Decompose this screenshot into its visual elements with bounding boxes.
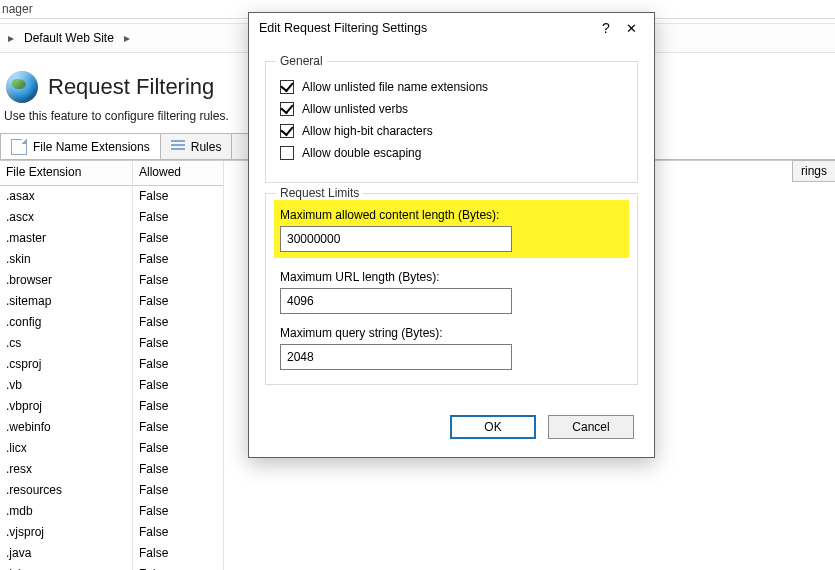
table-row-allowed[interactable]: False xyxy=(133,522,223,543)
checkbox-label: Allow unlisted verbs xyxy=(302,102,408,116)
table-row-allowed[interactable]: False xyxy=(133,186,223,207)
help-icon[interactable]: ? xyxy=(594,20,618,36)
table-row-ext[interactable]: .resources xyxy=(0,480,132,501)
table-row-ext[interactable]: .asax xyxy=(0,186,132,207)
table-row-ext[interactable]: .browser xyxy=(0,270,132,291)
page-title: Request Filtering xyxy=(48,74,214,100)
column-header-extension[interactable]: File Extension xyxy=(0,161,132,186)
table-row-allowed[interactable]: False xyxy=(133,207,223,228)
table-row-allowed[interactable]: False xyxy=(133,396,223,417)
max-content-length-input[interactable] xyxy=(280,226,512,252)
dialog-title: Edit Request Filtering Settings xyxy=(259,21,594,35)
table-row-ext[interactable]: .ascx xyxy=(0,207,132,228)
breadcrumb-arrow-icon[interactable]: ▸ xyxy=(116,31,138,45)
table-row-ext[interactable]: .licx xyxy=(0,438,132,459)
table-row-ext[interactable]: .vjsproj xyxy=(0,522,132,543)
table-row-allowed[interactable]: False xyxy=(133,333,223,354)
group-legend: General xyxy=(276,54,327,68)
max-content-length-label: Maximum allowed content length (Bytes): xyxy=(280,208,623,222)
table-row-allowed[interactable]: False xyxy=(133,438,223,459)
tab-label: Rules xyxy=(191,140,222,154)
table-row-allowed[interactable]: False xyxy=(133,312,223,333)
rules-icon xyxy=(171,140,185,154)
table-row-allowed[interactable]: False xyxy=(133,543,223,564)
checkbox-label: Allow unlisted file name extensions xyxy=(302,80,488,94)
max-url-length-label: Maximum URL length (Bytes): xyxy=(280,270,623,284)
tab-query-strings-partial[interactable]: rings xyxy=(792,160,835,182)
table-row-ext[interactable]: .resx xyxy=(0,459,132,480)
table-row-ext[interactable]: .mdb xyxy=(0,501,132,522)
table-row-ext[interactable]: .master xyxy=(0,228,132,249)
table-row-allowed[interactable]: False xyxy=(133,417,223,438)
ok-button[interactable]: OK xyxy=(450,415,536,439)
general-group: General Allow unlisted file name extensi… xyxy=(265,61,638,183)
table-row-allowed[interactable]: False xyxy=(133,375,223,396)
table-row-ext[interactable]: .vb xyxy=(0,375,132,396)
table-row-ext[interactable]: .csproj xyxy=(0,354,132,375)
checkbox-high-bit[interactable]: Allow high-bit characters xyxy=(280,124,623,138)
breadcrumb-arrow-icon[interactable]: ▸ xyxy=(0,31,22,45)
checkbox-input[interactable] xyxy=(280,102,294,116)
table-row-allowed[interactable]: False xyxy=(133,228,223,249)
group-legend: Request Limits xyxy=(276,186,363,200)
checkbox-double-escaping[interactable]: Allow double escaping xyxy=(280,146,623,160)
globe-icon xyxy=(6,71,38,103)
table-row-allowed[interactable]: False xyxy=(133,564,223,570)
edit-request-filtering-dialog: Edit Request Filtering Settings ? ✕ Gene… xyxy=(248,12,655,458)
table-row-ext[interactable]: .sitemap xyxy=(0,291,132,312)
tab-label: File Name Extensions xyxy=(33,140,150,154)
table-row-ext[interactable]: .cs xyxy=(0,333,132,354)
column-header-allowed[interactable]: Allowed xyxy=(133,161,223,186)
max-query-string-label: Maximum query string (Bytes): xyxy=(280,326,623,340)
request-limits-group: Request Limits Maximum allowed content l… xyxy=(265,193,638,385)
checkbox-input[interactable] xyxy=(280,146,294,160)
page-icon xyxy=(11,139,27,155)
checkbox-label: Allow double escaping xyxy=(302,146,421,160)
table-row-allowed[interactable]: False xyxy=(133,459,223,480)
cancel-button[interactable]: Cancel xyxy=(548,415,634,439)
table-row-ext[interactable]: .vbproj xyxy=(0,396,132,417)
checkbox-label: Allow high-bit characters xyxy=(302,124,433,138)
checkbox-unlisted-extensions[interactable]: Allow unlisted file name extensions xyxy=(280,80,623,94)
close-icon[interactable]: ✕ xyxy=(618,21,644,36)
tab-file-name-extensions[interactable]: File Name Extensions xyxy=(0,133,161,159)
checkbox-input[interactable] xyxy=(280,124,294,138)
table-row-allowed[interactable]: False xyxy=(133,480,223,501)
table-row-ext[interactable]: .webinfo xyxy=(0,417,132,438)
max-url-length-input[interactable] xyxy=(280,288,512,314)
table-row-ext[interactable]: .jsl xyxy=(0,564,132,570)
table-row-allowed[interactable]: False xyxy=(133,249,223,270)
table-row-ext[interactable]: .config xyxy=(0,312,132,333)
highlighted-region: Maximum allowed content length (Bytes): xyxy=(274,200,629,258)
breadcrumb-item[interactable]: Default Web Site xyxy=(22,31,116,45)
table-row-allowed[interactable]: False xyxy=(133,270,223,291)
checkbox-input[interactable] xyxy=(280,80,294,94)
checkbox-unlisted-verbs[interactable]: Allow unlisted verbs xyxy=(280,102,623,116)
max-query-string-input[interactable] xyxy=(280,344,512,370)
table-row-allowed[interactable]: False xyxy=(133,291,223,312)
tab-rules[interactable]: Rules xyxy=(160,133,233,159)
table-row-allowed[interactable]: False xyxy=(133,501,223,522)
table-row-ext[interactable]: .java xyxy=(0,543,132,564)
table-row-allowed[interactable]: False xyxy=(133,354,223,375)
table-row-ext[interactable]: .skin xyxy=(0,249,132,270)
